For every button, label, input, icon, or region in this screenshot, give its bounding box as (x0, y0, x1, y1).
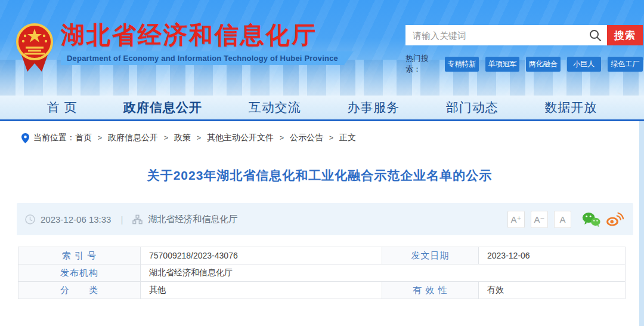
hot-tag-lianghuaronghe[interactable]: 两化融合 (526, 57, 560, 72)
font-reset-button[interactable]: A (554, 211, 571, 228)
table-row: 发布机构 湖北省经济和信息化厅 (18, 265, 626, 282)
breadcrumb-announcements[interactable]: 公示公告 (290, 133, 323, 143)
main-nav: 首 页 政府信息公开 互动交流 办事服务 部门动态 数据开放 (0, 96, 644, 121)
site-title: 湖北省经济和信息化厅 (61, 21, 354, 48)
weibo-icon[interactable] (605, 211, 624, 227)
meta-left: 2023-12-06 13:33 | 湖北省经济和信息化厅 (25, 214, 237, 225)
issue-date-label: 发文日期 (382, 247, 479, 265)
meta-right: A⁺ A⁻ A (507, 211, 624, 228)
nav-item-gov-info[interactable]: 政府信息公开 (123, 99, 202, 116)
font-larger-button[interactable]: A⁺ (507, 211, 525, 228)
issuing-agency-value: 湖北省经济和信息化厅 (141, 265, 626, 282)
nav-item-interaction[interactable]: 互动交流 (249, 99, 301, 116)
breadcrumb-home[interactable]: 首页 (75, 133, 92, 143)
breadcrumb-separator: > (280, 134, 284, 142)
article-title: 关于2023年湖北省信息化和工业化融合示范企业名单的公示 (0, 167, 639, 184)
hot-tag-xiaojuren[interactable]: 小巨人 (567, 57, 601, 72)
page: 湖北省经济和信息化厅 Department of Economy and Inf… (0, 0, 644, 326)
wechat-icon[interactable] (582, 211, 600, 227)
site-header: 湖北省经济和信息化厅 Department of Economy and Inf… (0, 0, 644, 96)
nav-item-services[interactable]: 办事服务 (347, 99, 400, 116)
category-label: 分 类 (18, 282, 141, 299)
hot-tag-zhuanjingtexin[interactable]: 专精特新 (445, 57, 479, 72)
nav-item-department-news[interactable]: 部门动态 (446, 99, 499, 116)
index-number-label: 索 引 号 (18, 247, 141, 265)
validity-value: 有效 (479, 282, 626, 299)
hot-search-label: 热门搜索： (405, 53, 441, 75)
site-logo[interactable]: 湖北省经济和信息化厅 Department of Economy and Inf… (16, 21, 354, 73)
search-input[interactable] (405, 25, 607, 45)
article-meta-bar: 2023-12-06 13:33 | 湖北省经济和信息化厅 A⁺ A⁻ A (17, 203, 633, 235)
hot-tag-lvsegongchang[interactable]: 绿色工厂 (608, 57, 643, 72)
breadcrumb-separator: > (197, 134, 201, 142)
breadcrumb-other-docs[interactable]: 其他主动公开文件 (207, 133, 274, 143)
nav-item-home[interactable]: 首 页 (47, 99, 78, 116)
location-pin-icon (21, 133, 29, 143)
search-button[interactable]: 搜索 (607, 25, 643, 45)
breadcrumb-current: 正文 (339, 133, 356, 143)
breadcrumb-separator: > (329, 134, 333, 142)
table-row: 索 引 号 757009218/2023-43076 发文日期 2023-12-… (18, 247, 626, 265)
issue-date-value: 2023-12-06 (479, 247, 626, 265)
table-row: 分 类 其他 有 效 性 有效 (18, 282, 626, 299)
breadcrumb-policy[interactable]: 政策 (174, 133, 191, 143)
search-icon[interactable] (588, 28, 602, 42)
search-area: 搜索 热门搜索： 专精特新 单项冠军 两化融合 小巨人 绿色工厂 (405, 25, 643, 75)
national-emblem-icon (16, 21, 54, 73)
breadcrumb: 当前位置： 首页 > 政府信息公开 > 政策 > 其他主动公开文件 > 公示公告… (0, 121, 639, 143)
site-subtitle: Department of Economy and Information Te… (61, 51, 354, 65)
breadcrumb-label: 当前位置： (33, 133, 75, 143)
font-smaller-button[interactable]: A⁻ (531, 211, 548, 228)
meta-divider: | (120, 214, 123, 224)
source-name: 湖北省经济和信息化厅 (148, 214, 237, 225)
hot-search-row: 热门搜索： 专精特新 单项冠军 两化融合 小巨人 绿色工厂 (405, 53, 643, 75)
index-number-value: 757009218/2023-43076 (141, 247, 382, 265)
nav-item-open-data[interactable]: 数据开放 (544, 99, 597, 116)
breadcrumb-separator: > (164, 134, 168, 142)
hot-tag-danxiangguanjun[interactable]: 单项冠军 (485, 57, 519, 72)
search-box (405, 25, 607, 45)
validity-label: 有 效 性 (382, 282, 479, 299)
clock-icon (25, 214, 35, 224)
source-org-icon (132, 214, 143, 224)
document-meta-table: 索 引 号 757009218/2023-43076 发文日期 2023-12-… (18, 247, 626, 299)
article-page: 当前位置： 首页 > 政府信息公开 > 政策 > 其他主动公开文件 > 公示公告… (0, 121, 639, 326)
breadcrumb-gov-info[interactable]: 政府信息公开 (108, 133, 158, 143)
publish-time: 2023-12-06 13:33 (41, 214, 111, 224)
issuing-agency-label: 发布机构 (18, 265, 141, 282)
breadcrumb-separator: > (98, 134, 102, 142)
category-value: 其他 (141, 282, 382, 299)
